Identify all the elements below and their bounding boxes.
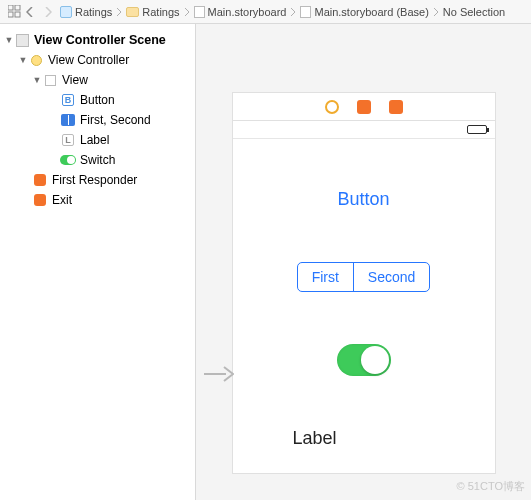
storyboard-canvas[interactable]: Button First Second Label [196,24,531,500]
outline-row-view[interactable]: ▼ View [0,70,195,90]
watermark: © 51CTO博客 [457,479,525,494]
outline-row-label[interactable]: L Label [0,130,195,150]
breadcrumb-item-base[interactable]: Main.storyboard (Base) [300,6,428,18]
canvas-label[interactable]: Label [293,428,337,449]
initial-vc-arrow-icon[interactable] [204,364,234,388]
scene-icon [16,34,29,47]
switch-icon [60,155,76,165]
breadcrumb-bar: Ratings Ratings Main.storyboard Main.sto… [0,0,531,24]
storyboard-icon [194,6,205,18]
outline-label: Label [80,133,109,147]
svg-rect-0 [8,5,13,10]
outline-row-exit[interactable]: Exit [0,190,195,210]
breadcrumb-item-project[interactable]: Ratings [60,6,112,18]
disclosure-triangle-icon[interactable]: ▼ [4,35,14,45]
breadcrumb-item-noselection[interactable]: No Selection [443,6,505,18]
folder-icon [126,7,139,17]
view-icon [45,75,56,86]
outline-label: First Responder [52,173,137,187]
outline-label: View Controller Scene [34,33,166,47]
disclosure-triangle-icon[interactable]: ▼ [32,75,42,85]
svg-rect-3 [15,12,20,17]
outline-label: View [62,73,88,87]
chevron-right-icon [290,8,296,16]
outline-row-viewcontroller[interactable]: ▼ View Controller [0,50,195,70]
battery-icon [467,125,487,134]
svg-rect-2 [8,12,13,17]
button-icon: B [62,94,74,106]
nav-forward-icon[interactable] [40,4,56,20]
firstresponder-dock-icon[interactable] [357,100,371,114]
outline-label: First, Second [80,113,151,127]
outline-label: View Controller [48,53,129,67]
outline-label: Button [80,93,115,107]
related-items-icon[interactable] [6,4,22,20]
viewcontroller-icon [31,55,42,66]
segmented-icon [61,114,75,126]
device-frame[interactable]: Button First Second Label [232,92,496,474]
segment-first[interactable]: First [298,263,353,291]
outline-label: Switch [80,153,115,167]
label-icon: L [62,134,74,146]
outline-row-button[interactable]: B Button [0,90,195,110]
status-bar [233,121,495,139]
canvas-switch[interactable] [337,344,391,376]
storyboard-icon [300,6,311,18]
scene-dock [233,93,495,121]
viewcontroller-dock-icon[interactable] [325,100,339,114]
disclosure-triangle-icon[interactable]: ▼ [18,55,28,65]
segment-second[interactable]: Second [353,263,429,291]
canvas-button[interactable]: Button [337,189,389,210]
svg-rect-1 [15,5,20,10]
outline-row-firstresponder[interactable]: First Responder [0,170,195,190]
exit-icon [34,194,46,206]
canvas-segmented-control[interactable]: First Second [297,262,431,292]
chevron-right-icon [433,8,439,16]
breadcrumb-item-folder[interactable]: Ratings [126,6,179,18]
outline-row-switch[interactable]: Switch [0,150,195,170]
breadcrumb-item-storyboard[interactable]: Main.storyboard [194,6,287,18]
nav-back-icon[interactable] [22,4,38,20]
firstresponder-icon [34,174,46,186]
view-content: Button First Second Label [233,139,495,473]
document-outline: ▼ View Controller Scene ▼ View Controlle… [0,24,196,500]
exit-dock-icon[interactable] [389,100,403,114]
outline-label: Exit [52,193,72,207]
outline-row-segmented[interactable]: First, Second [0,110,195,130]
chevron-right-icon [116,8,122,16]
outline-row-scene[interactable]: ▼ View Controller Scene [0,30,195,50]
project-icon [60,6,72,18]
chevron-right-icon [184,8,190,16]
